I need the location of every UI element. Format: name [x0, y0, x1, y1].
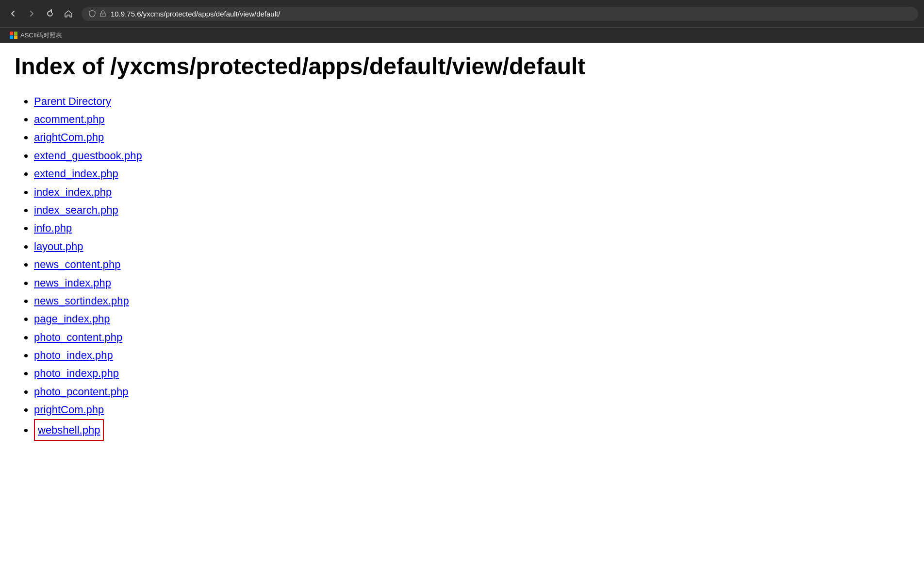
bookmark-ascii[interactable]: ASCII码对照表 [6, 30, 66, 41]
list-item: Parent Directory [34, 92, 909, 110]
list-item: extend_guestbook.php [34, 147, 909, 165]
bookmark-label: ASCII码对照表 [20, 31, 62, 40]
file-link[interactable]: info.php [34, 222, 72, 234]
file-link[interactable]: photo_pcontent.php [34, 386, 129, 398]
back-button[interactable] [6, 7, 20, 20]
svg-point-1 [102, 15, 103, 16]
address-bar-container[interactable] [82, 7, 918, 21]
file-link[interactable]: extend_guestbook.php [34, 150, 142, 162]
file-link[interactable]: webshell.php [38, 424, 100, 436]
file-link[interactable]: index_index.php [34, 186, 112, 198]
file-link[interactable]: news_content.php [34, 258, 121, 270]
list-item: webshell.php [34, 419, 909, 441]
file-link[interactable]: prightCom.php [34, 404, 104, 416]
warning-icon [99, 10, 107, 17]
list-item: extend_index.php [34, 165, 909, 183]
bookmarks-bar: ASCII码对照表 [0, 27, 924, 43]
list-item: layout.php [34, 237, 909, 255]
file-link[interactable]: layout.php [34, 240, 83, 252]
list-item: news_sortindex.php [34, 292, 909, 310]
list-item: arightCom.php [34, 128, 909, 146]
list-item: news_content.php [34, 255, 909, 273]
list-item: photo_content.php [34, 328, 909, 346]
file-link[interactable]: extend_index.php [34, 168, 118, 180]
webshell-highlight-box: webshell.php [34, 419, 104, 441]
nav-buttons [6, 7, 76, 20]
file-link[interactable]: arightCom.php [34, 131, 104, 143]
file-link[interactable]: index_search.php [34, 204, 118, 216]
list-item: index_index.php [34, 183, 909, 201]
address-bar-icons [88, 10, 107, 17]
home-button[interactable] [61, 7, 76, 20]
ms-logo-icon [10, 32, 17, 39]
browser-chrome [0, 0, 924, 27]
list-item: photo_pcontent.php [34, 383, 909, 401]
page-content: Index of /yxcms/protected/apps/default/v… [0, 43, 924, 572]
file-link[interactable]: photo_indexp.php [34, 367, 119, 379]
forward-button[interactable] [24, 7, 39, 20]
list-item: prightCom.php [34, 401, 909, 419]
file-list: Parent Directoryacomment.phparightCom.ph… [15, 92, 909, 441]
list-item: photo_indexp.php [34, 364, 909, 382]
list-item: info.php [34, 219, 909, 237]
file-link[interactable]: photo_content.php [34, 331, 122, 343]
file-link[interactable]: news_sortindex.php [34, 295, 129, 307]
file-link[interactable]: acomment.php [34, 113, 105, 125]
list-item: page_index.php [34, 310, 909, 328]
shield-icon [88, 10, 96, 17]
list-item: acomment.php [34, 110, 909, 128]
list-item: photo_index.php [34, 346, 909, 364]
file-link[interactable]: photo_index.php [34, 349, 113, 361]
page-title: Index of /yxcms/protected/apps/default/v… [15, 52, 909, 81]
list-item: index_search.php [34, 201, 909, 219]
file-link[interactable]: Parent Directory [34, 95, 111, 107]
file-link[interactable]: news_index.php [34, 277, 111, 289]
address-bar-input[interactable] [111, 10, 911, 18]
file-link[interactable]: page_index.php [34, 313, 110, 325]
refresh-button[interactable] [43, 7, 57, 20]
list-item: news_index.php [34, 274, 909, 292]
